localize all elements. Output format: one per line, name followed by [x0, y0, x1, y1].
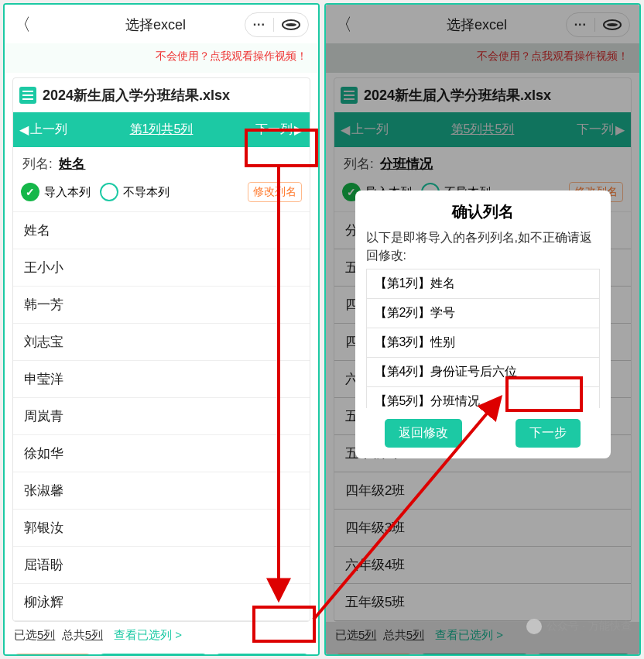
list-item: 韩一芳 [13, 287, 310, 324]
list-item: 申莹洋 [13, 361, 310, 398]
wechat-icon [526, 619, 542, 634]
more-icon[interactable]: ··· [245, 18, 273, 32]
next-step-button[interactable]: 下一步 [215, 654, 309, 656]
view-selected-link[interactable]: 查看已选列 > [114, 628, 182, 641]
modal-next-button[interactable]: 下一步 [516, 419, 581, 448]
modal-back-button[interactable]: 返回修改 [385, 419, 462, 448]
list-item: 姓名 [13, 212, 310, 249]
data-preview-list: 姓名王小小韩一芳刘志宝申莹洋周岚青徐如华张淑馨郭银汝屈语盼柳泳辉 [13, 212, 310, 621]
confirm-columns-modal: 确认列名 以下是即将导入的各列列名,如不正确请返回修改: 【第1列】姓名【第2列… [355, 190, 611, 458]
list-item: 柳泳辉 [13, 584, 310, 621]
left-screen: 〈 选择excel ··· 不会使用？点我观看操作视频！ 2024新生届入学分班… [3, 3, 320, 656]
list-item: 王小小 [13, 249, 310, 287]
back-icon[interactable]: 〈 [14, 15, 31, 34]
modify-column-name-button[interactable]: 修改列名 [248, 182, 302, 202]
modal-title: 确认列名 [366, 201, 600, 222]
modal-column-item: 【第5列】分班情况 [367, 387, 599, 408]
list-item: 刘志宝 [13, 324, 310, 361]
list-item: 屈语盼 [13, 547, 310, 584]
mini-program-capsule[interactable]: ··· [245, 12, 309, 37]
excel-file-icon [19, 87, 36, 104]
help-link[interactable]: 不会使用？点我观看操作视频！ [5, 43, 318, 73]
column-nav: ◀上一列 第1列共5列 下一列▶ [13, 112, 310, 147]
modal-column-item: 【第1列】姓名 [367, 269, 599, 299]
radio-import[interactable]: 导入本列 [21, 183, 91, 201]
column-indicator[interactable]: 第1列共5列 [130, 122, 194, 138]
modal-column-item: 【第2列】学号 [367, 299, 599, 328]
file-card: 2024新生届入学分班结果.xlsx ◀上一列 第1列共5列 下一列▶ 列名: … [12, 77, 310, 622]
column-name-value: 姓名 [59, 156, 85, 171]
column-name-row: 列名: 姓名 [13, 147, 310, 177]
modal-column-item: 【第4列】身份证号后六位 [367, 358, 599, 387]
header: 〈 选择excel ··· [5, 5, 318, 43]
radio-skip[interactable]: 不导本列 [100, 183, 170, 201]
list-item: 郭银汝 [13, 510, 310, 547]
reselect-file-button[interactable]: 重选文件 [14, 654, 91, 656]
list-item: 徐如华 [13, 435, 310, 472]
use-previous-settings-button[interactable]: 使用以前设置 [99, 654, 207, 656]
selection-summary: 已选5列 总共5列 查看已选列 > [5, 622, 318, 646]
file-name-row: 2024新生届入学分班结果.xlsx [13, 78, 310, 112]
watermark: 公众号 · 万能快查 [526, 619, 632, 634]
list-item: 张淑馨 [13, 472, 310, 510]
modal-hint: 以下是即将导入的各列列名,如不正确请返回修改: [366, 228, 600, 264]
import-options: 导入本列 不导本列 修改列名 [13, 177, 310, 212]
modal-column-item: 【第3列】性别 [367, 328, 599, 358]
next-column-button[interactable]: 下一列▶ [255, 122, 303, 138]
list-item: 周岚青 [13, 398, 310, 435]
right-screen: 〈 选择excel ··· 不会使用？点我观看操作视频！ 2024新生届入学分班… [324, 3, 641, 656]
prev-column-button[interactable]: ◀上一列 [19, 122, 67, 138]
modal-column-list: 【第1列】姓名【第2列】学号【第3列】性别【第4列】身份证号后六位【第5列】分班… [366, 269, 600, 408]
bottom-buttons: 重选文件 使用以前设置 下一步 [5, 646, 318, 656]
page-title: 选择excel [125, 15, 186, 34]
close-target-icon[interactable] [282, 19, 300, 30]
